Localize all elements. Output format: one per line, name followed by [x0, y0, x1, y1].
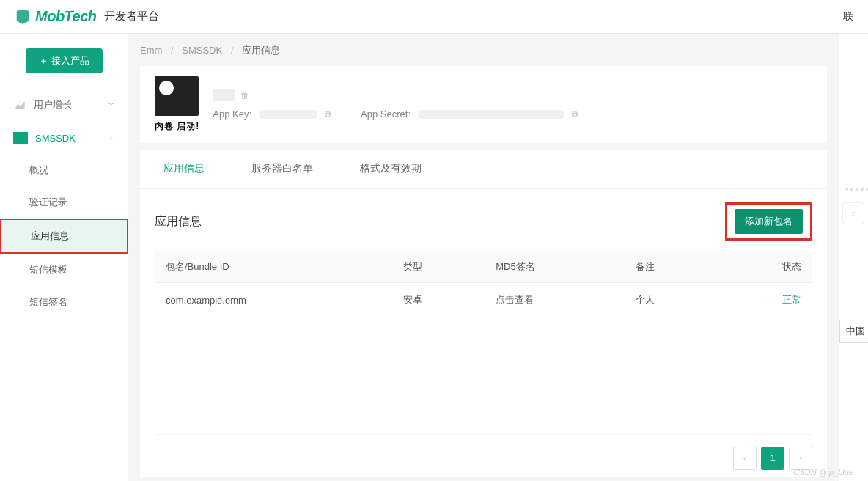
status-badge: 正常	[782, 294, 801, 305]
growth-icon	[13, 99, 26, 111]
table-row: com.example.emm 安卓 点击查看 个人 正常	[155, 283, 812, 317]
header-link[interactable]: 联	[843, 10, 853, 23]
tabs: 应用信息 服务器白名单 格式及有效期	[140, 150, 827, 188]
logo-icon	[15, 9, 31, 25]
nav-item-template[interactable]: 短信模板	[0, 254, 128, 286]
sms-icon	[13, 132, 28, 144]
brand-text: MobTech	[35, 8, 97, 25]
col-type: 类型	[393, 251, 486, 283]
rail-back-button[interactable]: ‹	[842, 202, 864, 224]
app-card: 内卷 启动! 🗑 App Key: ⧉ App Secret:	[140, 66, 827, 143]
header: MobTech 开发者平台 联	[0, 0, 868, 34]
logo[interactable]: MobTech 开发者平台	[15, 8, 159, 25]
cell-type: 安卓	[393, 283, 486, 317]
pagination: ‹ 1 ›	[155, 447, 812, 477]
copy-icon[interactable]: ⧉	[325, 109, 331, 120]
watermark: CSDN @ p_blue	[794, 468, 853, 477]
nav-group-growth[interactable]: 用户增长 ﹀	[0, 88, 128, 122]
copy-icon[interactable]: ⧉	[572, 109, 578, 120]
appkey-value	[259, 110, 317, 119]
add-package-button[interactable]: 添加新包名	[735, 209, 803, 234]
tab-appinfo[interactable]: 应用信息	[140, 150, 228, 188]
platform-text: 开发者平台	[104, 10, 159, 23]
nav-item-sign[interactable]: 短信签名	[0, 286, 128, 318]
appkey-label: App Key:	[213, 109, 251, 120]
right-rail: ‹ 中国	[839, 34, 868, 481]
app-avatar	[155, 76, 199, 116]
page-prev-button[interactable]: ‹	[733, 447, 757, 470]
chevron-up-icon: ︿	[108, 133, 115, 143]
md5-view-link[interactable]: 点击查看	[496, 294, 534, 305]
nav-item-verify[interactable]: 验证记录	[0, 186, 128, 219]
nav-label: SMSSDK	[35, 133, 76, 144]
page-next-button[interactable]: ›	[789, 447, 812, 470]
bc-item[interactable]: SMSSDK	[182, 45, 222, 56]
appsecret-value	[418, 110, 564, 119]
avatar-caption: 内卷 启动!	[155, 120, 199, 133]
tab-format[interactable]: 格式及有效期	[336, 150, 445, 188]
nav-item-overview[interactable]: 概况	[0, 154, 128, 186]
nav-sublist: 概况 验证记录 应用信息 短信模板 短信签名	[0, 154, 128, 318]
nav-item-appinfo[interactable]: 应用信息	[0, 219, 128, 254]
country-tag[interactable]: 中国	[839, 320, 868, 343]
access-product-button[interactable]: ＋ 接入产品	[26, 48, 103, 73]
col-remark: 备注	[625, 251, 718, 283]
nav-group-smssdk[interactable]: SMSSDK ︿	[0, 122, 128, 154]
page-number-button[interactable]: 1	[761, 447, 784, 470]
col-bundle: 包名/Bundle ID	[155, 251, 393, 283]
col-md5: MD5签名	[485, 251, 625, 283]
chevron-down-icon: ﹀	[108, 100, 115, 110]
panel: 应用信息 添加新包名 包名/Bundle ID 类型 MD5签名 备注 状态	[140, 188, 827, 477]
nav-label: 用户增长	[34, 98, 72, 111]
breadcrumb: Emm / SMSSDK / 应用信息	[140, 44, 827, 57]
bc-current: 应用信息	[242, 45, 280, 56]
bc-item[interactable]: Emm	[140, 45, 162, 56]
cell-bundle: com.example.emm	[155, 283, 393, 317]
appsecret-label: App Secret:	[361, 109, 411, 120]
panel-title: 应用信息	[155, 214, 202, 230]
trash-icon[interactable]: 🗑	[240, 90, 249, 100]
rail-dots	[845, 188, 868, 191]
add-button-highlight: 添加新包名	[725, 202, 812, 240]
col-status: 状态	[718, 251, 812, 283]
main: Emm / SMSSDK / 应用信息 内卷 启动! 🗑 App Key:	[128, 34, 839, 481]
tab-whitelist[interactable]: 服务器白名单	[228, 150, 336, 188]
cell-remark: 个人	[625, 283, 718, 317]
package-table: 包名/Bundle ID 类型 MD5签名 备注 状态 com.example.…	[155, 251, 812, 435]
sidebar: ＋ 接入产品 用户增长 ﹀ SMSSDK ︿ 概况 验证记录 应用信息 短信模板…	[0, 34, 128, 481]
app-name-placeholder	[213, 89, 235, 101]
